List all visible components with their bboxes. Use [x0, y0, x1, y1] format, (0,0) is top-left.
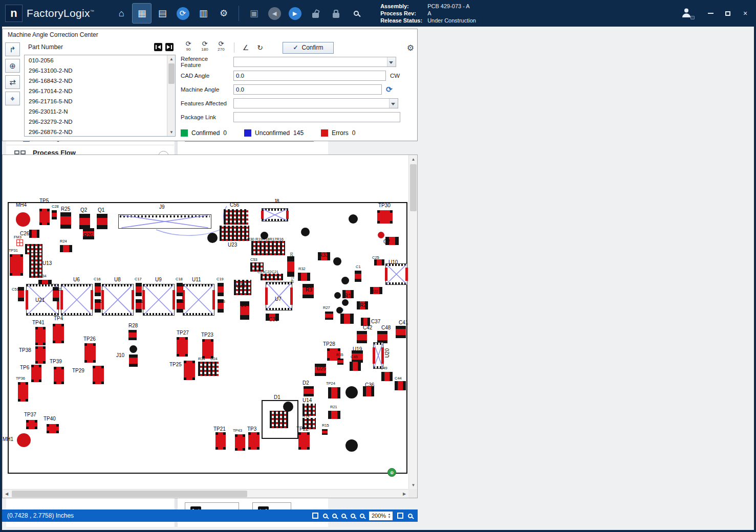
swap-direction-icon[interactable]: ⇄: [5, 75, 20, 89]
angle-form: ⟳90⟳180⟳270 ∠ ↻ ✓ Confirm ⚙ Reference Fe…: [181, 40, 414, 139]
part-number-item[interactable]: 296-16843-2-ND: [25, 76, 167, 86]
confirm-button[interactable]: ✓ Confirm: [283, 42, 334, 54]
assembly-info: Assembly: PCB 429-073 - A Process Rev: A…: [380, 3, 476, 24]
pcb-tp: [31, 365, 41, 382]
pcb-rp: [337, 359, 343, 365]
cad-angle-input[interactable]: [233, 71, 386, 81]
locate-part-icon[interactable]: ⌖: [5, 92, 20, 105]
machine-angle-input[interactable]: [233, 84, 382, 95]
zoom-in-icon[interactable]: [332, 514, 337, 518]
pcb-rp: [325, 312, 333, 320]
reset-rotation-icon[interactable]: ↻: [254, 41, 266, 54]
scroll-left-icon[interactable]: ◀: [3, 490, 11, 498]
part-number-item[interactable]: 296-23011-2-N: [25, 106, 167, 117]
pcb-icx: [183, 284, 214, 316]
part-number-item[interactable]: 296-23279-2-ND: [25, 117, 167, 127]
scroll-up-icon[interactable]: ▲: [409, 155, 418, 163]
part-number-item[interactable]: 296-17014-2-ND: [25, 86, 167, 96]
part-number-item[interactable]: 296-13100-2-ND: [25, 65, 167, 76]
zoom-part-icon[interactable]: ⊕: [5, 59, 20, 73]
pcb-dot: [207, 233, 218, 243]
scroll-thumb[interactable]: [168, 63, 175, 84]
zoom-fit-button[interactable]: ⊕: [387, 468, 396, 477]
pcb-ref-label: C53: [250, 257, 257, 262]
back-icon[interactable]: ◀: [265, 3, 284, 24]
pcb-dot: [129, 345, 137, 353]
main-area: Process Definition ⊕▾✎▤⊗☻✦★♦▾▥▾⚙▾⊙⊘⊚ Pro…: [2, 27, 754, 530]
zoom-level-spinner[interactable]: 200% ▲▼: [369, 512, 393, 520]
measure-icon[interactable]: [397, 513, 403, 519]
pcb-ref-label: C19: [217, 277, 224, 281]
find-flow-icon[interactable]: [347, 3, 366, 24]
pcb-ref-label: J10: [116, 352, 124, 358]
home-icon[interactable]: ⌂: [112, 3, 131, 24]
pcb-ref-label: C31: [136, 299, 143, 304]
materials-icon[interactable]: ▤: [153, 3, 172, 24]
package-link-input[interactable]: [233, 112, 400, 122]
rotate-90-button[interactable]: ⟳90: [181, 41, 196, 54]
pcb-ref-label: Q2: [80, 207, 87, 213]
part-number-item[interactable]: 296-26876-2-ND: [25, 127, 167, 136]
forward-icon[interactable]: ▶: [285, 3, 305, 24]
pcb-ref-label: U11: [192, 277, 201, 282]
vertical-scroll-thumb[interactable]: [410, 164, 417, 211]
scrollbar-corner: [408, 489, 417, 498]
rotate-corner-icon[interactable]: ↱: [5, 42, 20, 56]
process-rev-label: Process Rev:: [380, 10, 424, 17]
scroll-down-icon[interactable]: ▼: [167, 128, 176, 136]
pcb-ref-label: J9: [159, 204, 165, 210]
documents-icon[interactable]: ▥: [193, 3, 213, 24]
horizontal-scrollbar[interactable]: ◀ ▶: [3, 489, 408, 498]
lock-icon[interactable]: [326, 3, 345, 24]
part-number-item[interactable]: 296-21716-5-ND: [25, 96, 167, 106]
zoom-selection-icon[interactable]: [351, 514, 355, 518]
first-part-button[interactable]: [154, 43, 162, 51]
pcb-ref-label: C17: [135, 277, 142, 281]
horizontal-scroll-thumb[interactable]: [12, 491, 247, 497]
process-editor-icon[interactable]: ▦: [132, 3, 152, 24]
pcb-tp: [39, 209, 50, 225]
pcb-dot: [342, 299, 349, 306]
angle-settings-icon[interactable]: ⚙: [407, 43, 414, 53]
status-counters: Confirmed0 Unconfirmed145 Errors0: [181, 129, 355, 137]
save-icon[interactable]: ▣: [244, 3, 264, 24]
pcb-rp: [357, 331, 367, 343]
confirmed-count: 0: [223, 129, 227, 137]
angle-center-title: Machine Angle Correction Center: [8, 31, 98, 38]
part-list-scrollbar[interactable]: ▲ ▼: [167, 55, 175, 136]
part-number-item[interactable]: 010-2056: [25, 55, 167, 65]
pcb-ref-label: TP4: [54, 316, 63, 321]
pcb-ref-label: D2: [303, 380, 309, 386]
pcb-ref-label: C2: [383, 239, 390, 245]
pcb-rp: [350, 362, 361, 371]
angle-correction-center: Machine Angle Correction Center ↱ ⊕ ⇄ ⌖ …: [2, 29, 418, 141]
scroll-down-icon[interactable]: ▼: [409, 481, 418, 489]
zoom-window-icon[interactable]: [323, 514, 328, 518]
scroll-up-icon[interactable]: ▲: [167, 55, 176, 63]
settings-icon[interactable]: ⚙: [214, 3, 233, 24]
vertical-scrollbar[interactable]: ▲ ▼: [408, 155, 417, 489]
user-icon[interactable]: [680, 7, 694, 19]
pcb-ref-label: R24: [60, 239, 67, 243]
pan-icon[interactable]: [408, 514, 413, 518]
pcb-canvas[interactable]: ⊕ MH4TP5C28R25Q2Q1J9C56J8TP30C26FM3R26U2…: [3, 155, 408, 489]
reference-feature-select[interactable]: [233, 57, 396, 67]
window-minimize-button[interactable]: [706, 9, 715, 17]
pcb-rdot: [17, 433, 31, 447]
zoom-extents-icon[interactable]: [360, 514, 364, 518]
board-layers-icon[interactable]: [312, 513, 318, 519]
window-maximize-button[interactable]: [723, 9, 732, 17]
window-close-button[interactable]: ×: [741, 9, 750, 17]
pcb-rp: [304, 386, 314, 396]
angle-measure-icon[interactable]: ∠: [240, 41, 252, 54]
scroll-right-icon[interactable]: ▶: [400, 490, 408, 498]
features-affected-select[interactable]: [233, 98, 398, 108]
rotate-270-button[interactable]: ⟳270: [213, 41, 229, 54]
last-part-button[interactable]: [165, 43, 174, 51]
zoom-out-icon[interactable]: [341, 514, 346, 518]
refresh-angle-icon[interactable]: ⟳: [386, 85, 393, 94]
pcb-ref-label: R15: [322, 423, 329, 428]
sync-icon[interactable]: ⟳: [173, 3, 192, 24]
unlock-icon[interactable]: [306, 3, 325, 24]
rotate-180-button[interactable]: ⟳180: [197, 41, 212, 54]
